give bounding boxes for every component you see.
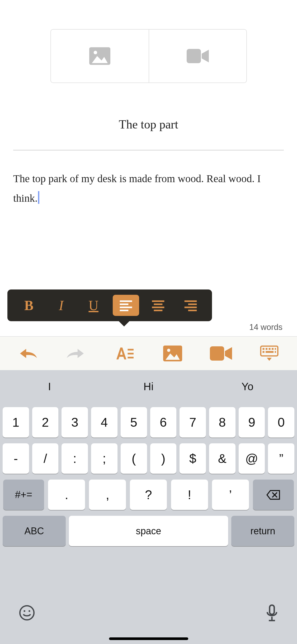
body-text: The top park of my desk is made from woo… — [13, 173, 261, 204]
key-2[interactable]: 2 — [32, 407, 59, 438]
svg-rect-16 — [128, 353, 134, 354]
divider — [13, 150, 284, 150]
svg-rect-27 — [263, 351, 265, 353]
key-ampersand[interactable]: & — [209, 443, 235, 474]
emoji-icon — [18, 604, 35, 621]
dismiss-keyboard-button[interactable] — [257, 342, 281, 365]
key-question[interactable]: ? — [130, 480, 167, 510]
media-selector — [13, 29, 284, 83]
dictation-button[interactable] — [265, 604, 279, 624]
key-9[interactable]: 9 — [239, 407, 265, 438]
svg-point-33 — [23, 610, 25, 612]
video-icon — [187, 49, 209, 63]
align-center-button[interactable] — [145, 295, 171, 316]
svg-rect-12 — [188, 303, 197, 305]
image-icon — [89, 47, 110, 65]
underline-button[interactable]: U — [80, 295, 107, 316]
svg-rect-20 — [210, 346, 224, 361]
key-slash[interactable]: / — [32, 443, 59, 474]
svg-rect-11 — [184, 300, 197, 302]
svg-rect-14 — [188, 310, 197, 311]
image-icon — [163, 346, 183, 361]
key-colon[interactable]: : — [62, 443, 88, 474]
keyboard: I Hi Yo 1 2 3 4 5 6 7 8 9 0 - / : ; ( ) … — [0, 370, 297, 644]
key-period[interactable]: . — [48, 480, 85, 510]
key-abc-mode[interactable]: ABC — [3, 516, 66, 546]
svg-rect-23 — [266, 348, 267, 350]
svg-rect-35 — [270, 605, 274, 614]
key-symbols-mode[interactable]: #+= — [3, 480, 44, 510]
backspace-icon — [266, 490, 281, 500]
svg-rect-15 — [128, 349, 134, 350]
redo-icon — [67, 347, 85, 360]
suggestion-2[interactable]: Hi — [99, 381, 198, 393]
home-indicator[interactable] — [109, 637, 188, 640]
align-left-button[interactable] — [113, 295, 139, 316]
key-semicolon[interactable]: ; — [91, 443, 117, 474]
add-image-button[interactable] — [51, 30, 149, 82]
svg-rect-26 — [275, 348, 276, 350]
key-row-4: ABC space return — [3, 516, 294, 546]
align-left-icon — [119, 298, 133, 313]
key-row-3: #+= . , ? ! ’ — [3, 480, 294, 510]
key-6[interactable]: 6 — [150, 407, 177, 438]
key-open-paren[interactable]: ( — [121, 443, 147, 474]
align-right-button[interactable] — [177, 295, 204, 316]
svg-rect-3 — [120, 300, 132, 302]
key-5[interactable]: 5 — [121, 407, 147, 438]
key-dollar[interactable]: $ — [180, 443, 206, 474]
svg-rect-25 — [272, 348, 274, 350]
svg-rect-6 — [120, 310, 128, 311]
post-body-input[interactable]: The top park of my desk is made from woo… — [13, 169, 284, 208]
add-video-button[interactable] — [149, 30, 246, 82]
align-center-icon — [151, 298, 166, 313]
editor-action-toolbar — [0, 336, 297, 370]
emoji-button[interactable] — [18, 604, 35, 622]
text-cursor — [38, 191, 39, 204]
key-quote[interactable]: ” — [268, 443, 294, 474]
key-7[interactable]: 7 — [180, 407, 206, 438]
key-space[interactable]: space — [69, 516, 228, 546]
key-at[interactable]: @ — [239, 443, 265, 474]
key-exclaim[interactable]: ! — [171, 480, 208, 510]
insert-image-button[interactable] — [161, 342, 185, 365]
key-1[interactable]: 1 — [3, 407, 29, 438]
svg-rect-2 — [187, 49, 201, 63]
key-apostrophe[interactable]: ’ — [212, 480, 249, 510]
italic-button[interactable]: I — [48, 295, 74, 316]
insert-video-button[interactable] — [209, 342, 233, 365]
key-3[interactable]: 3 — [62, 407, 88, 438]
key-comma[interactable]: , — [89, 480, 126, 510]
align-right-icon — [183, 298, 198, 313]
redo-button[interactable] — [64, 342, 88, 365]
undo-button[interactable] — [16, 342, 40, 365]
key-return[interactable]: return — [231, 516, 294, 546]
svg-rect-4 — [120, 303, 128, 305]
key-row-1: 1 2 3 4 5 6 7 8 9 0 — [3, 407, 294, 438]
svg-point-1 — [93, 51, 97, 54]
undo-icon — [18, 347, 37, 360]
microphone-icon — [265, 604, 279, 623]
svg-rect-5 — [120, 307, 132, 308]
svg-rect-9 — [152, 307, 164, 308]
svg-point-19 — [167, 349, 170, 352]
key-0[interactable]: 0 — [268, 407, 294, 438]
svg-rect-10 — [154, 310, 163, 311]
video-icon — [210, 346, 232, 361]
suggestion-1[interactable]: I — [0, 381, 99, 393]
key-backspace[interactable] — [253, 480, 294, 510]
svg-rect-22 — [263, 348, 265, 350]
svg-rect-29 — [275, 351, 276, 353]
bold-button[interactable]: B — [16, 295, 42, 316]
key-4[interactable]: 4 — [91, 407, 117, 438]
key-row-2: - / : ; ( ) $ & @ ” — [3, 443, 294, 474]
key-8[interactable]: 8 — [209, 407, 235, 438]
format-toolbar: B I U — [7, 289, 212, 321]
svg-rect-8 — [154, 303, 163, 305]
suggestion-3[interactable]: Yo — [198, 381, 297, 393]
text-format-button[interactable] — [112, 342, 136, 365]
key-close-paren[interactable]: ) — [150, 443, 177, 474]
key-hyphen[interactable]: - — [3, 443, 29, 474]
post-title-input[interactable]: The top part — [13, 117, 284, 150]
word-count-label: 14 words — [249, 323, 282, 332]
